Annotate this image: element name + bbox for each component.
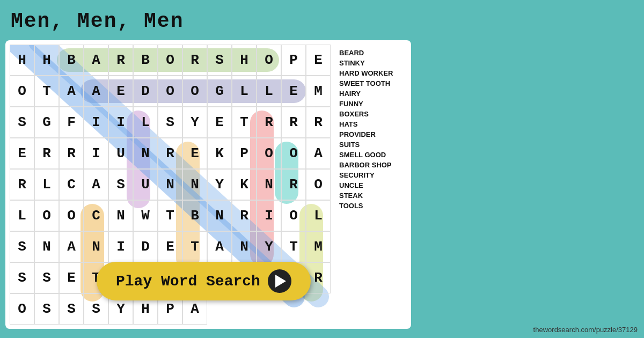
word-list-item: HATS: [339, 120, 405, 128]
grid-cell: Y: [182, 107, 207, 138]
grid-cell: D: [133, 76, 158, 107]
word-list-item: SWEET TOOTH: [339, 79, 405, 87]
grid-cell: O: [182, 76, 207, 107]
grid-cell: O: [306, 169, 331, 200]
grid-cell: S: [59, 293, 84, 325]
grid-cell: A: [84, 45, 108, 76]
grid-cell: B: [59, 45, 84, 76]
grid-cell: H: [34, 45, 59, 76]
grid-cell: S: [34, 293, 59, 325]
grid-cell: Y: [257, 231, 281, 262]
grid-cell: R: [281, 169, 306, 200]
word-list-item: UNCLE: [339, 181, 405, 189]
grid-cell: L: [133, 107, 158, 138]
grid-cell: T: [232, 107, 257, 138]
grid-cell: N: [257, 169, 281, 200]
grid-cell: N: [84, 231, 108, 262]
grid-cell: L: [10, 200, 34, 231]
word-list-item: BEARD: [339, 49, 405, 57]
grid-cell: H: [10, 45, 34, 76]
word-list-item: SECURITY: [339, 171, 405, 179]
word-list-item: SUITS: [339, 141, 405, 149]
grid-cell: U: [108, 138, 133, 169]
grid-cell: R: [10, 169, 34, 200]
grid-cell: D: [133, 231, 158, 262]
word-list-item: FUNNY: [339, 100, 405, 108]
grid-cell: B: [133, 45, 158, 76]
grid-cell: S: [158, 107, 182, 138]
grid-cell: A: [84, 169, 108, 200]
page-title: Men, Men, Men: [11, 10, 184, 33]
grid-cell: S: [10, 262, 34, 293]
play-triangle: [275, 275, 286, 288]
grid-cell: O: [158, 45, 182, 76]
grid-cell: G: [34, 107, 59, 138]
grid-cell: N: [34, 231, 59, 262]
grid-cell: N: [108, 200, 133, 231]
grid-cell: I: [257, 200, 281, 231]
word-list-item: PROVIDER: [339, 130, 405, 138]
grid-cell: I: [84, 138, 108, 169]
grid-cell: A: [84, 76, 108, 107]
grid-cell: O: [257, 45, 281, 76]
grid-cell: Y: [207, 169, 232, 200]
grid-cell: E: [182, 138, 207, 169]
grid-cell: L: [306, 200, 331, 231]
grid-cell: O: [10, 293, 34, 325]
grid-cell: O: [34, 200, 59, 231]
grid-cell: O: [257, 138, 281, 169]
grid-cell: N: [182, 169, 207, 200]
grid-cell: A: [306, 138, 331, 169]
grid-cell: M: [306, 76, 331, 107]
word-list-item: STINKY: [339, 59, 405, 67]
grid-cell: N: [232, 231, 257, 262]
grid-cell: R: [59, 138, 84, 169]
grid-cell: R: [34, 138, 59, 169]
grid-cell: E: [108, 76, 133, 107]
grid-cell: O: [281, 138, 306, 169]
grid-cell: S: [207, 45, 232, 76]
grid-cell: T: [182, 231, 207, 262]
grid-cell: M: [306, 231, 331, 262]
play-button[interactable]: Play Word Search: [97, 262, 311, 300]
grid-cell: L: [34, 169, 59, 200]
grid-cell: W: [133, 200, 158, 231]
grid-cell: C: [59, 169, 84, 200]
grid-cell: P: [232, 138, 257, 169]
grid-cell: K: [232, 169, 257, 200]
grid-cell: S: [108, 169, 133, 200]
word-list-item: BOXERS: [339, 110, 405, 118]
grid-cell: E: [158, 231, 182, 262]
grid-cell: L: [232, 76, 257, 107]
grid-cell: S: [10, 231, 34, 262]
grid-cell: G: [207, 76, 232, 107]
grid-cell: R: [306, 107, 331, 138]
grid-cell: R: [158, 138, 182, 169]
grid-cell: I: [108, 231, 133, 262]
grid-cell: A: [59, 231, 84, 262]
grid-cell: I: [84, 107, 108, 138]
grid-cell: F: [59, 107, 84, 138]
grid-cell: R: [108, 45, 133, 76]
grid-cell: T: [281, 231, 306, 262]
grid-cell: B: [182, 200, 207, 231]
grid-cell: N: [158, 169, 182, 200]
grid-cell: T: [34, 76, 59, 107]
grid-cell: A: [207, 231, 232, 262]
grid-cell: R: [232, 200, 257, 231]
grid-cell: C: [84, 200, 108, 231]
play-button-label: Play Word Search: [116, 273, 260, 290]
grid-cell: U: [133, 169, 158, 200]
grid-cell: S: [10, 107, 34, 138]
grid-cell: E: [59, 262, 84, 293]
grid-cell: S: [34, 262, 59, 293]
grid-cell: K: [207, 138, 232, 169]
grid-cell: O: [281, 200, 306, 231]
grid-cell: T: [158, 200, 182, 231]
word-list: BEARDSTINKYHARD WORKERSWEET TOOTHHAIRYFU…: [337, 45, 407, 325]
grid-cell: H: [232, 45, 257, 76]
grid-cell: L: [257, 76, 281, 107]
grid-cell: O: [158, 76, 182, 107]
grid-cell: N: [133, 138, 158, 169]
grid-cell: I: [108, 107, 133, 138]
